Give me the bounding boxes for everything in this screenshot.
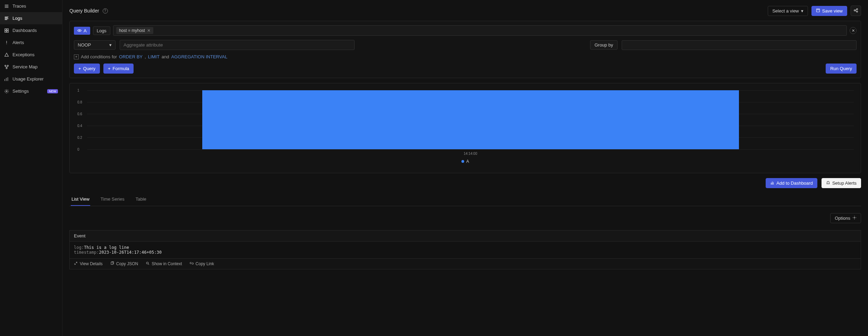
sidebar-item-alerts[interactable]: Alerts: [0, 36, 62, 49]
eye-icon: [77, 28, 82, 33]
limit-link[interactable]: LIMIT: [148, 54, 160, 59]
setup-alerts-label: Setup Alerts: [832, 180, 857, 186]
tab-time-series[interactable]: Time Series: [100, 193, 125, 206]
groupby-input[interactable]: [622, 40, 857, 50]
svg-rect-1: [7, 28, 8, 30]
svg-rect-8: [816, 9, 819, 12]
sidebar-item-label: Alerts: [12, 40, 24, 45]
timestamp-key: timestamp:: [74, 250, 99, 255]
add-formula-button[interactable]: + Formula: [103, 64, 134, 74]
add-formula-label: Formula: [113, 66, 129, 71]
svg-point-11: [857, 11, 858, 12]
select-view-dropdown[interactable]: Select a view ▾: [768, 6, 808, 16]
aggregation-interval-link[interactable]: AGGREGATION INTERVAL: [171, 54, 228, 59]
page-title: Query Builder: [69, 8, 99, 14]
sidebar-item-exceptions[interactable]: Exceptions: [0, 49, 62, 61]
dashboard-actions: Add to Dashboard Setup Alerts: [69, 178, 861, 188]
add-query-button[interactable]: + Query: [74, 64, 100, 74]
run-query-button[interactable]: Run Query: [826, 64, 857, 74]
conditions-prefix: Add conditions for: [81, 54, 117, 59]
log-row-actions: View Details Copy JSON Show in Context C…: [69, 258, 861, 269]
add-query-label: Query: [83, 66, 95, 71]
y-tick: 1: [77, 89, 79, 92]
sidebar-item-dashboards[interactable]: Dashboards: [0, 24, 62, 36]
setup-alerts-button[interactable]: Setup Alerts: [822, 178, 861, 188]
show-in-context-button[interactable]: Show in Context: [146, 261, 182, 266]
log-value: This is a log line: [84, 245, 129, 250]
sidebar-item-logs[interactable]: Logs: [0, 12, 62, 24]
view-details-button[interactable]: View Details: [74, 261, 103, 266]
options-button[interactable]: Options: [830, 213, 861, 223]
groupby-label: Group by: [590, 40, 618, 50]
svg-rect-2: [5, 31, 6, 32]
copy-json-button[interactable]: Copy JSON: [110, 261, 138, 266]
link-icon: [190, 261, 194, 266]
add-to-dashboard-label: Add to Dashboard: [776, 180, 813, 186]
view-details-label: View Details: [80, 261, 103, 266]
options-row: Options: [69, 211, 861, 225]
table-row[interactable]: log:This is a log line timestamp:2023-10…: [69, 241, 861, 258]
sidebar-item-settings[interactable]: Settings NEW: [0, 85, 62, 97]
save-icon: [816, 8, 820, 14]
save-view-label: Save view: [822, 8, 843, 14]
options-label: Options: [835, 216, 850, 221]
copy-icon: [110, 261, 114, 266]
chevron-down-icon: ▾: [801, 8, 803, 14]
chart-bar[interactable]: [202, 90, 739, 149]
svg-point-7: [6, 91, 7, 92]
filter-input[interactable]: host = myhost ✕: [113, 25, 847, 36]
svg-rect-0: [5, 28, 6, 30]
table-header-event: Event: [69, 230, 861, 241]
aggregate-attribute-input[interactable]: [120, 40, 355, 50]
search-icon: [146, 261, 150, 266]
query-id-chip[interactable]: A: [74, 27, 90, 35]
svg-point-10: [857, 8, 858, 10]
aggregation-row: NOOP ▾ Group by: [74, 40, 857, 50]
result-tabs: List View Time Series Table: [69, 193, 861, 206]
query-filter-row: A Logs host = myhost ✕ ✕: [74, 25, 857, 36]
expand-conditions-icon[interactable]: +: [74, 54, 79, 59]
exceptions-icon: [4, 52, 9, 57]
conditions-sep1: ,: [145, 54, 146, 59]
conditions-row: + Add conditions for ORDER BY , LIMIT an…: [74, 54, 857, 59]
sidebar-item-service-map[interactable]: Service Map: [0, 61, 62, 73]
tab-list-view[interactable]: List View: [71, 193, 90, 206]
orderby-link[interactable]: ORDER BY: [119, 54, 143, 59]
share-button[interactable]: [851, 6, 861, 16]
copy-link-button[interactable]: Copy Link: [190, 261, 214, 266]
chart-legend: A: [77, 159, 854, 164]
tab-table[interactable]: Table: [135, 193, 147, 206]
sidebar-item-traces[interactable]: Traces: [0, 0, 62, 12]
settings-icon: [4, 89, 9, 94]
source-select[interactable]: Logs: [93, 26, 110, 35]
alerts-icon: [4, 40, 9, 45]
query-panel: A Logs host = myhost ✕ ✕ NOOP ▾ Group by: [69, 21, 861, 78]
traces-icon: [4, 4, 9, 9]
sidebar-item-label: Dashboards: [12, 28, 37, 33]
expand-icon: [74, 261, 78, 266]
svg-point-15: [146, 262, 148, 264]
logs-icon: [4, 16, 9, 21]
new-badge: NEW: [47, 89, 58, 93]
log-key: log:: [74, 245, 84, 250]
query-actions-row: + Query + Formula Run Query: [74, 64, 857, 74]
event-table: Event log:This is a log line timestamp:2…: [69, 230, 861, 269]
chart-panel: 1 0.8 0.6 0.4 0.2 0 14:14:00 A: [69, 83, 861, 173]
service-map-icon: [4, 65, 9, 69]
sidebar-item-usage-explorer[interactable]: Usage Explorer: [0, 73, 62, 85]
help-icon[interactable]: ?: [103, 8, 108, 14]
add-to-dashboard-button[interactable]: Add to Dashboard: [766, 178, 817, 188]
copy-json-label: Copy JSON: [116, 261, 138, 266]
clear-query-button[interactable]: ✕: [850, 27, 857, 34]
main-content: Query Builder ? Select a view ▾ Save vie…: [62, 0, 868, 336]
save-view-button[interactable]: Save view: [811, 6, 847, 16]
plus-icon: +: [78, 66, 81, 71]
remove-filter-icon[interactable]: ✕: [147, 28, 151, 33]
aggregate-fn-select[interactable]: NOOP ▾: [74, 40, 116, 50]
legend-dot-icon: [461, 160, 464, 163]
aggregate-fn-label: NOOP: [78, 42, 91, 48]
share-icon: [853, 8, 858, 14]
svg-point-13: [854, 217, 855, 218]
y-tick: 0.6: [77, 112, 82, 116]
source-label: Logs: [97, 28, 107, 33]
